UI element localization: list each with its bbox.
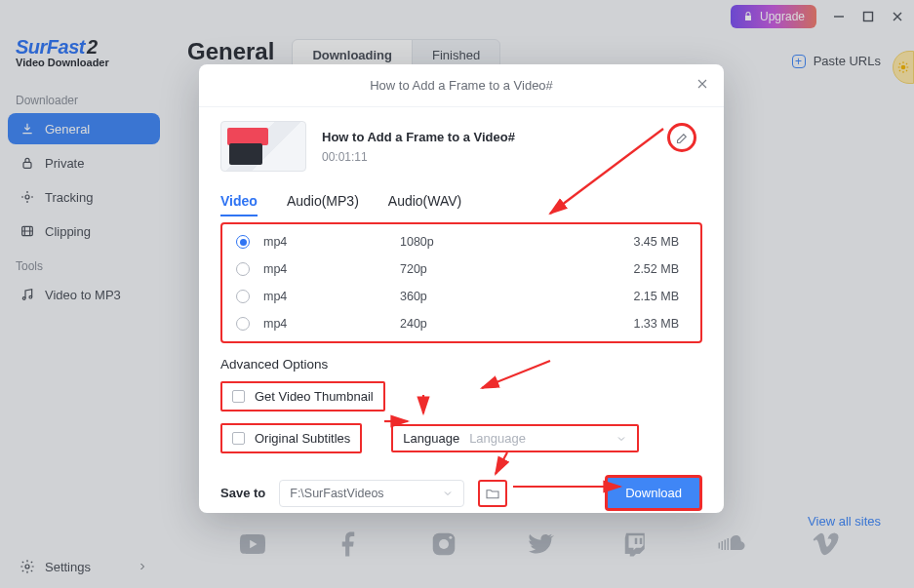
modal-title: How to Add a Frame to a Video# — [370, 78, 553, 93]
rename-button[interactable] — [667, 123, 696, 152]
checkbox-icon — [232, 390, 245, 403]
format-option[interactable]: mp4720p2.52 MB — [230, 255, 693, 283]
format-res: 720p — [400, 262, 576, 276]
format-list: mp41080p3.45 MBmp4720p2.52 MBmp4360p2.15… — [220, 222, 702, 343]
modal-close-button[interactable] — [695, 76, 710, 95]
format-res: 1080p — [400, 235, 576, 249]
format-res: 360p — [400, 290, 576, 303]
format-option[interactable]: mp4240p1.33 MB — [230, 310, 693, 337]
original-subtitles-label: Original Subtitles — [255, 431, 350, 446]
checkbox-icon — [232, 432, 245, 445]
video-thumbnail — [220, 121, 306, 172]
format-tab-audio-mp3[interactable]: Audio(MP3) — [287, 193, 359, 216]
format-tab-audio-wav[interactable]: Audio(WAV) — [388, 193, 461, 216]
format-size: 1.33 MB — [576, 317, 687, 331]
format-size: 2.52 MB — [576, 262, 687, 276]
format-ext: mp4 — [263, 317, 400, 331]
save-to-label: Save to — [220, 486, 265, 500]
format-res: 240p — [400, 317, 576, 331]
format-size: 2.15 MB — [576, 290, 687, 303]
radio-icon — [236, 317, 250, 331]
download-button[interactable]: Download — [605, 475, 702, 511]
get-thumbnail-checkbox[interactable]: Get Video Thumbnail — [220, 381, 385, 412]
radio-icon — [236, 290, 250, 303]
format-size: 3.45 MB — [576, 235, 687, 249]
browse-folder-button[interactable] — [478, 480, 507, 507]
original-subtitles-checkbox[interactable]: Original Subtitles — [220, 423, 362, 453]
advanced-options-label: Advanced Options — [220, 357, 702, 372]
language-select[interactable]: Language Language — [391, 424, 639, 452]
download-modal: How to Add a Frame to a Video# How to Ad… — [199, 64, 724, 513]
language-placeholder: Language — [469, 431, 616, 446]
video-title: How to Add a Frame to a Video# — [322, 130, 515, 144]
save-path-value: F:\SurFastVideos — [290, 487, 383, 500]
language-label: Language — [403, 431, 459, 446]
chevron-down-icon — [616, 433, 627, 445]
format-ext: mp4 — [263, 235, 400, 249]
chevron-down-icon — [442, 488, 454, 499]
format-option[interactable]: mp41080p3.45 MB — [230, 228, 693, 255]
radio-icon — [236, 262, 250, 276]
format-option[interactable]: mp4360p2.15 MB — [230, 283, 693, 310]
format-ext: mp4 — [263, 290, 400, 303]
save-path-select[interactable]: F:\SurFastVideos — [279, 480, 464, 507]
radio-icon — [236, 235, 250, 249]
format-ext: mp4 — [263, 262, 400, 276]
format-tab-video[interactable]: Video — [220, 193, 258, 216]
video-duration: 00:01:11 — [322, 150, 515, 164]
get-thumbnail-label: Get Video Thumbnail — [255, 389, 374, 404]
